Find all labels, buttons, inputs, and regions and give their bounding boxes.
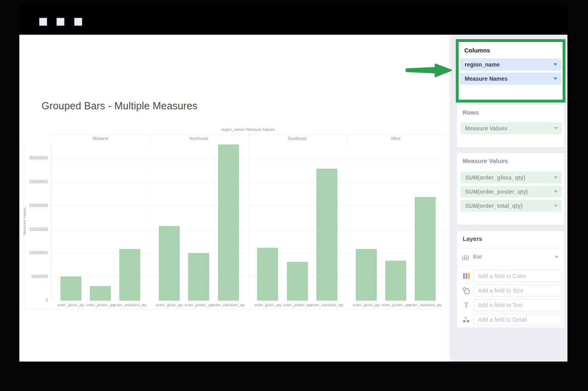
measure-field-label: SUM(order_total_qty): [465, 203, 522, 209]
window-button-icon[interactable]: [56, 18, 64, 26]
measure-values-panel: Measure Values SUM(order_gloss_qty) SUM(…: [457, 153, 565, 225]
columns-panel-annotated: Columns region_name Measure Names: [456, 39, 565, 102]
bar[interactable]: [316, 169, 337, 301]
detail-shelf: [457, 314, 564, 326]
columns-field-pill[interactable]: region_name: [460, 59, 561, 71]
header-band-divider: [150, 135, 150, 142]
layers-panel: Layers Bar: [457, 230, 565, 328]
text-field-input[interactable]: [474, 299, 562, 311]
window-titlebar: [19, 4, 567, 35]
chart-bottom-border: [24, 309, 445, 309]
measure-field-pill[interactable]: SUM(order_total_qty): [460, 200, 562, 212]
caret-down-icon[interactable]: [554, 176, 558, 179]
x-axis-bar-label: order_standard_qty: [210, 303, 247, 307]
region-divider: [150, 142, 150, 301]
x-axis-bar-label: order_standard_qty: [309, 303, 345, 307]
rows-field-pill[interactable]: Measure Values: [460, 122, 562, 134]
bar[interactable]: [415, 197, 436, 301]
color-icon: [461, 270, 472, 282]
measure-field-label: SUM(order_gloss_qty): [465, 174, 525, 181]
layers-header: Layers: [463, 235, 482, 242]
region-header-label: Southeast: [248, 136, 347, 141]
bar[interactable]: [159, 226, 180, 301]
text-icon: T: [461, 299, 472, 311]
text-shelf: T: [457, 299, 564, 311]
region-divider: [347, 142, 347, 301]
detail-icon: [461, 314, 472, 326]
layer-type-label: Bar: [473, 253, 482, 260]
columns-header: Columns: [464, 47, 490, 54]
region-header-label: Northeast: [150, 136, 248, 141]
chart-header-title: region_name / Measure Names: [51, 127, 445, 132]
caret-down-icon[interactable]: [554, 190, 558, 193]
caret-down-icon[interactable]: [553, 77, 557, 80]
bar[interactable]: [218, 144, 239, 301]
window-button-icon[interactable]: [74, 18, 82, 26]
header-band-divider: [248, 135, 249, 142]
columns-field-label: region_name: [465, 61, 500, 68]
size-field-input[interactable]: [474, 284, 562, 297]
color-shelf: [457, 270, 564, 282]
header-band-divider: [347, 135, 347, 142]
layer-type-row[interactable]: Bar: [457, 249, 564, 266]
measure-field-label: SUM(order_poster_qty): [465, 188, 528, 195]
detail-field-input[interactable]: [474, 314, 562, 326]
bar[interactable]: [385, 261, 406, 301]
measure-field-pill[interactable]: SUM(order_gloss_qty): [460, 171, 562, 184]
caret-down-icon[interactable]: [555, 256, 559, 258]
color-field-input[interactable]: [474, 270, 562, 282]
x-axis-bar-label: order_standard_qty: [407, 303, 443, 307]
y-axis-line: [51, 142, 52, 301]
x-axis-bar-label: order_standard_qty: [112, 303, 148, 307]
size-shelf: [457, 284, 564, 297]
layers-header-row: Layers: [457, 231, 564, 249]
caret-down-icon[interactable]: [553, 63, 557, 66]
region-header-label: Midwest: [51, 136, 150, 141]
grouped-bar-chart: region_name / Measure NamesMidwestNorthe…: [19, 35, 452, 362]
bar[interactable]: [257, 248, 278, 301]
caret-down-icon[interactable]: [554, 205, 558, 207]
caret-down-icon[interactable]: [554, 127, 558, 130]
region-divider: [248, 142, 249, 301]
window-button-icon[interactable]: [39, 18, 47, 26]
rows-panel: Rows Measure Values: [457, 104, 565, 148]
columns-field-pill[interactable]: Measure Names: [460, 73, 561, 85]
bar[interactable]: [119, 249, 140, 301]
bar[interactable]: [60, 276, 81, 301]
bar[interactable]: [188, 253, 209, 301]
bar-chart-icon: [462, 254, 470, 261]
arrow-right-icon: [405, 61, 453, 79]
rows-header: Rows: [463, 109, 479, 116]
report-canvas: Grouped Bars - Multiple Measures region_…: [19, 35, 452, 362]
size-icon: [461, 284, 472, 297]
region-header-label: West: [347, 136, 445, 141]
bar[interactable]: [287, 262, 308, 301]
rows-field-label: Measure Values: [465, 125, 507, 132]
measure-values-header: Measure Values: [463, 157, 508, 164]
columns-field-label: Measure Names: [465, 75, 508, 82]
measure-field-pill[interactable]: SUM(order_poster_qty): [460, 186, 562, 198]
y-axis-title: Measure Values: [22, 142, 27, 301]
bar[interactable]: [356, 249, 377, 301]
bar[interactable]: [90, 286, 111, 301]
